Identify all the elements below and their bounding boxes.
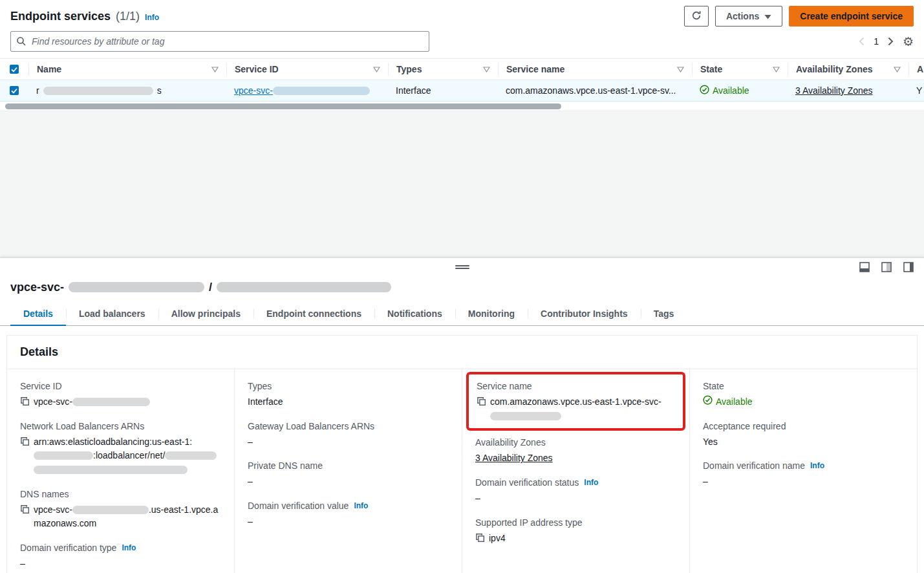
filter-icon[interactable] (894, 64, 901, 74)
cell-availability-zones: 3 Availability Zones (788, 85, 908, 96)
create-endpoint-service-button[interactable]: Create endpoint service (789, 6, 914, 27)
redaction (34, 466, 188, 474)
tab-allow-principals[interactable]: Allow principals (158, 302, 253, 325)
details-card: Details Service ID vpce-svc- Network Loa… (6, 335, 918, 573)
domain-verification-value-field: Domain verification value Info – (248, 501, 449, 529)
caret-down-icon (764, 11, 771, 21)
table-row[interactable]: rs vpce-svc- Interface com.amazonaws.vpc… (0, 80, 924, 102)
search-input[interactable] (10, 31, 429, 52)
copy-icon[interactable] (475, 533, 485, 543)
supported-ip-address-type-field: Supported IP address type ipv4 (475, 517, 676, 546)
availability-zones-link[interactable]: 3 Availability Zones (795, 85, 873, 96)
private-dns-name-field: Private DNS name – (248, 460, 449, 489)
details-column-2: Types Interface Gateway Load Balancers A… (234, 369, 462, 573)
types-field: Types Interface (248, 381, 449, 409)
check-circle-icon (703, 395, 713, 409)
tab-tags[interactable]: Tags (641, 302, 687, 325)
info-link[interactable]: Info (354, 501, 368, 510)
redaction (217, 282, 391, 292)
page-next-icon[interactable] (888, 37, 894, 46)
nlb-arns-field: Network Load Balancers ARNs arn:aws:elas… (20, 421, 221, 477)
redaction (34, 451, 93, 460)
redaction (43, 87, 153, 95)
refresh-icon (691, 10, 702, 23)
page-prev-icon[interactable] (859, 37, 865, 46)
copy-icon[interactable] (20, 396, 30, 406)
domain-verification-type-field: Domain verification type Info – (20, 543, 221, 571)
copy-icon[interactable] (20, 504, 30, 514)
cell-name: rs (28, 85, 226, 96)
service-name-field-annotation: Service name com.amazonaws.vpce.us-east-… (466, 372, 685, 431)
info-link[interactable]: Info (122, 543, 136, 552)
scrollbar-thumb[interactable] (5, 103, 561, 109)
cell-service-id: vpce-svc- (226, 85, 388, 96)
pagination: 1 ⚙ (859, 36, 914, 48)
panel-title: vpce-svc- / (0, 277, 924, 296)
details-column-4: State Available Acceptance required Yes (689, 369, 917, 573)
cell-service-name: com.amazonaws.vpce.us-east-1.vpce-sv... (498, 85, 692, 96)
column-header-service-name[interactable]: Service name (498, 63, 692, 76)
glb-arns-field: Gateway Load Balancers ARNs – (248, 421, 449, 449)
actions-button-label: Actions (726, 11, 759, 21)
empty-area (0, 111, 924, 257)
tab-monitoring[interactable]: Monitoring (455, 302, 528, 325)
column-header-truncated[interactable]: A (908, 63, 924, 76)
split-panel-drag-handle[interactable] (455, 264, 469, 270)
info-link[interactable]: Info (145, 13, 159, 22)
column-header-service-id[interactable]: Service ID (226, 63, 388, 76)
filter-icon[interactable] (773, 64, 780, 74)
panel-position-side-icon[interactable] (903, 262, 914, 274)
dns-names-field: DNS names vpce-svc-.us-east-1.vpce.amazo… (20, 489, 221, 531)
cell-truncated: Y (908, 85, 924, 96)
tab-notifications[interactable]: Notifications (374, 302, 455, 325)
detail-tabs: Details Load balancers Allow principals … (0, 302, 924, 326)
row-checkbox[interactable] (10, 86, 19, 95)
column-header-state[interactable]: State (692, 63, 788, 76)
copy-icon[interactable] (20, 437, 30, 446)
availability-zones-link[interactable]: 3 Availability Zones (475, 453, 553, 463)
filter-icon[interactable] (373, 64, 380, 74)
table-header-row: Name Service ID Types Service name State… (0, 59, 924, 80)
panel-position-split-icon[interactable] (881, 262, 892, 274)
tab-contributor-insights[interactable]: Contributor Insights (528, 302, 641, 325)
redaction (69, 282, 204, 292)
state-field: State Available (703, 381, 904, 409)
detail-split-panel: vpce-svc- / Details Load balancers Allow… (0, 257, 924, 573)
info-link[interactable]: Info (810, 461, 824, 470)
check-circle-icon (700, 85, 709, 96)
page-title: Endpoint services (10, 10, 111, 23)
horizontal-scrollbar[interactable] (0, 102, 924, 111)
refresh-button[interactable] (684, 6, 709, 27)
tab-details[interactable]: Details (10, 302, 66, 325)
redaction (273, 87, 370, 95)
info-link[interactable]: Info (584, 478, 598, 487)
availability-zones-field: Availability Zones 3 Availability Zones (475, 437, 676, 466)
service-id-link[interactable]: vpce-svc- (234, 85, 370, 96)
page-number[interactable]: 1 (874, 36, 879, 47)
select-all-checkbox[interactable] (10, 65, 19, 74)
column-header-availability-zones[interactable]: Availability Zones (788, 63, 908, 76)
column-header-name[interactable]: Name (28, 63, 226, 76)
details-column-1: Service ID vpce-svc- Network Load Balanc… (7, 369, 234, 573)
cell-types: Interface (388, 85, 498, 96)
domain-verification-name-field: Domain verification name Info – (703, 460, 904, 489)
page-header: Endpoint services (1/1) Info Actions Cre… (0, 0, 924, 30)
column-header-types[interactable]: Types (388, 63, 498, 76)
panel-position-bottom-icon[interactable] (859, 262, 870, 274)
endpoint-services-table: Name Service ID Types Service name State… (0, 58, 924, 111)
search-icon (16, 36, 27, 49)
redaction (72, 398, 150, 406)
details-column-3: Service name com.amazonaws.vpce.us-east-… (462, 369, 689, 573)
domain-verification-status-field: Domain verification status Info – (475, 477, 676, 506)
redaction (72, 506, 149, 514)
filter-icon[interactable] (677, 64, 684, 74)
copy-icon[interactable] (477, 396, 486, 406)
actions-button[interactable]: Actions (715, 6, 782, 27)
redaction (490, 412, 561, 420)
service-id-field: Service ID vpce-svc- (20, 381, 221, 409)
settings-gear-icon[interactable]: ⚙ (903, 36, 914, 48)
tab-endpoint-connections[interactable]: Endpoint connections (253, 302, 374, 325)
filter-icon[interactable] (483, 64, 490, 74)
tab-load-balancers[interactable]: Load balancers (66, 302, 158, 325)
filter-icon[interactable] (211, 64, 219, 74)
